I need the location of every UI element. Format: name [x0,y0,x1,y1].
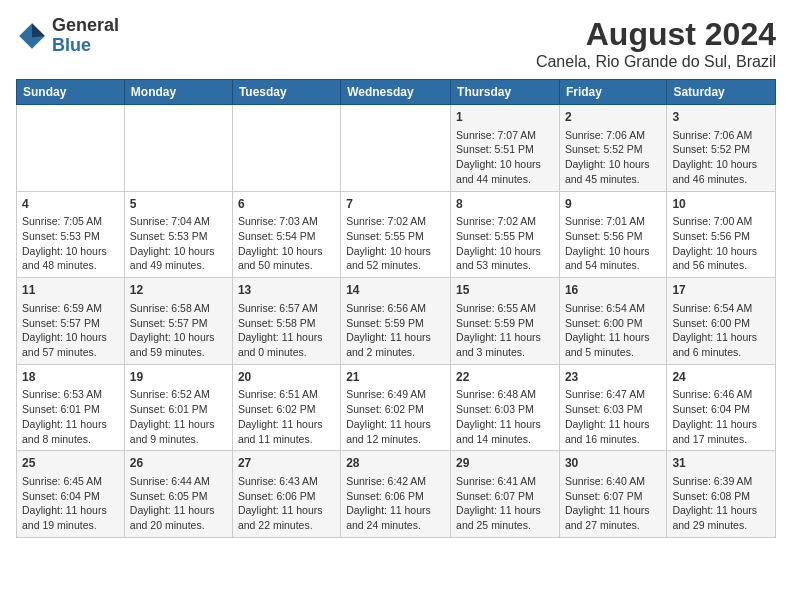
day-number: 11 [22,282,119,299]
calendar-cell: 7Sunrise: 7:02 AMSunset: 5:55 PMDaylight… [341,191,451,278]
day-number: 1 [456,109,554,126]
svg-marker-1 [32,23,45,37]
calendar-cell: 19Sunrise: 6:52 AMSunset: 6:01 PMDayligh… [124,364,232,451]
calendar-cell: 20Sunrise: 6:51 AMSunset: 6:02 PMDayligh… [232,364,340,451]
calendar-cell [232,105,340,192]
day-number: 2 [565,109,661,126]
calendar-cell: 28Sunrise: 6:42 AMSunset: 6:06 PMDayligh… [341,451,451,538]
calendar-cell [341,105,451,192]
day-number: 17 [672,282,770,299]
calendar-cell: 30Sunrise: 6:40 AMSunset: 6:07 PMDayligh… [559,451,666,538]
day-number: 22 [456,369,554,386]
day-of-week-header: Tuesday [232,80,340,105]
calendar-week-row: 18Sunrise: 6:53 AMSunset: 6:01 PMDayligh… [17,364,776,451]
calendar-week-row: 1Sunrise: 7:07 AMSunset: 5:51 PMDaylight… [17,105,776,192]
logo-icon [16,20,48,52]
calendar-cell: 15Sunrise: 6:55 AMSunset: 5:59 PMDayligh… [451,278,560,365]
calendar-cell: 6Sunrise: 7:03 AMSunset: 5:54 PMDaylight… [232,191,340,278]
day-number: 26 [130,455,227,472]
day-number: 16 [565,282,661,299]
calendar-cell: 4Sunrise: 7:05 AMSunset: 5:53 PMDaylight… [17,191,125,278]
day-number: 23 [565,369,661,386]
page-header: General Blue August 2024 Canela, Rio Gra… [16,16,776,71]
calendar-cell [17,105,125,192]
calendar-week-row: 11Sunrise: 6:59 AMSunset: 5:57 PMDayligh… [17,278,776,365]
calendar-table: SundayMondayTuesdayWednesdayThursdayFrid… [16,79,776,538]
calendar-cell: 10Sunrise: 7:00 AMSunset: 5:56 PMDayligh… [667,191,776,278]
day-number: 7 [346,196,445,213]
day-of-week-header: Monday [124,80,232,105]
day-number: 30 [565,455,661,472]
page-title: August 2024 [536,16,776,53]
day-of-week-header: Saturday [667,80,776,105]
day-number: 3 [672,109,770,126]
calendar-cell: 24Sunrise: 6:46 AMSunset: 6:04 PMDayligh… [667,364,776,451]
day-number: 24 [672,369,770,386]
calendar-cell: 12Sunrise: 6:58 AMSunset: 5:57 PMDayligh… [124,278,232,365]
day-number: 20 [238,369,335,386]
calendar-cell: 16Sunrise: 6:54 AMSunset: 6:00 PMDayligh… [559,278,666,365]
day-of-week-header: Thursday [451,80,560,105]
day-number: 18 [22,369,119,386]
day-number: 27 [238,455,335,472]
day-number: 9 [565,196,661,213]
calendar-cell: 8Sunrise: 7:02 AMSunset: 5:55 PMDaylight… [451,191,560,278]
calendar-cell: 5Sunrise: 7:04 AMSunset: 5:53 PMDaylight… [124,191,232,278]
day-number: 25 [22,455,119,472]
page-subtitle: Canela, Rio Grande do Sul, Brazil [536,53,776,71]
calendar-cell: 3Sunrise: 7:06 AMSunset: 5:52 PMDaylight… [667,105,776,192]
calendar-cell: 23Sunrise: 6:47 AMSunset: 6:03 PMDayligh… [559,364,666,451]
calendar-cell: 9Sunrise: 7:01 AMSunset: 5:56 PMDaylight… [559,191,666,278]
day-number: 19 [130,369,227,386]
calendar-cell [124,105,232,192]
calendar-cell: 13Sunrise: 6:57 AMSunset: 5:58 PMDayligh… [232,278,340,365]
day-number: 12 [130,282,227,299]
calendar-header-row: SundayMondayTuesdayWednesdayThursdayFrid… [17,80,776,105]
logo-text: General Blue [52,16,119,56]
calendar-cell: 21Sunrise: 6:49 AMSunset: 6:02 PMDayligh… [341,364,451,451]
day-number: 15 [456,282,554,299]
day-of-week-header: Sunday [17,80,125,105]
calendar-cell: 31Sunrise: 6:39 AMSunset: 6:08 PMDayligh… [667,451,776,538]
calendar-cell: 14Sunrise: 6:56 AMSunset: 5:59 PMDayligh… [341,278,451,365]
calendar-cell: 18Sunrise: 6:53 AMSunset: 6:01 PMDayligh… [17,364,125,451]
day-number: 6 [238,196,335,213]
calendar-cell: 27Sunrise: 6:43 AMSunset: 6:06 PMDayligh… [232,451,340,538]
day-number: 29 [456,455,554,472]
calendar-cell: 2Sunrise: 7:06 AMSunset: 5:52 PMDaylight… [559,105,666,192]
day-number: 14 [346,282,445,299]
day-number: 28 [346,455,445,472]
calendar-cell: 11Sunrise: 6:59 AMSunset: 5:57 PMDayligh… [17,278,125,365]
day-number: 13 [238,282,335,299]
title-area: August 2024 Canela, Rio Grande do Sul, B… [536,16,776,71]
day-of-week-header: Wednesday [341,80,451,105]
day-number: 21 [346,369,445,386]
day-number: 8 [456,196,554,213]
calendar-cell: 26Sunrise: 6:44 AMSunset: 6:05 PMDayligh… [124,451,232,538]
day-of-week-header: Friday [559,80,666,105]
day-number: 5 [130,196,227,213]
calendar-cell: 1Sunrise: 7:07 AMSunset: 5:51 PMDaylight… [451,105,560,192]
day-number: 31 [672,455,770,472]
calendar-cell: 29Sunrise: 6:41 AMSunset: 6:07 PMDayligh… [451,451,560,538]
calendar-week-row: 4Sunrise: 7:05 AMSunset: 5:53 PMDaylight… [17,191,776,278]
day-number: 10 [672,196,770,213]
calendar-cell: 25Sunrise: 6:45 AMSunset: 6:04 PMDayligh… [17,451,125,538]
logo: General Blue [16,16,119,56]
day-number: 4 [22,196,119,213]
calendar-cell: 22Sunrise: 6:48 AMSunset: 6:03 PMDayligh… [451,364,560,451]
calendar-cell: 17Sunrise: 6:54 AMSunset: 6:00 PMDayligh… [667,278,776,365]
calendar-week-row: 25Sunrise: 6:45 AMSunset: 6:04 PMDayligh… [17,451,776,538]
